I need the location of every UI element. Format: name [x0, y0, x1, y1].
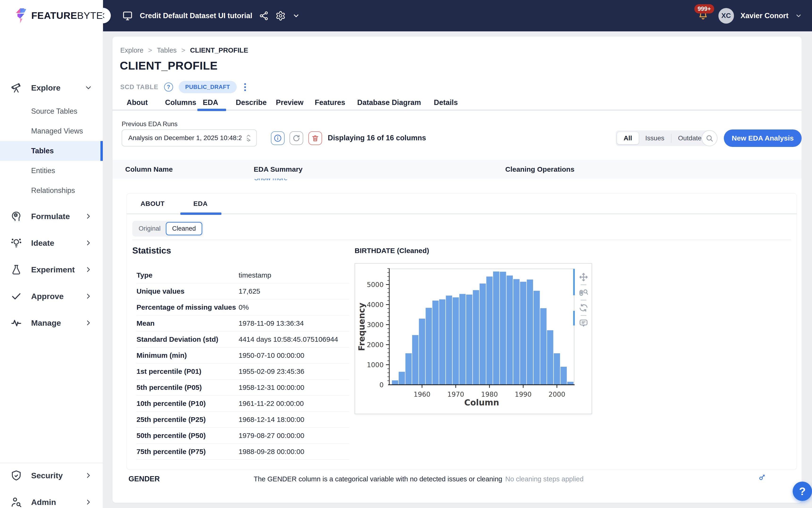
- chevron-right-icon: [84, 239, 92, 247]
- chart-mount: 0100020003000400050001960197019801990200…: [355, 264, 592, 415]
- toggle-option-original[interactable]: Original: [133, 222, 166, 236]
- tab-database-diagram[interactable]: Database Diagram: [357, 98, 421, 107]
- detail-active-tab-indicator: [180, 212, 221, 215]
- sidebar-item-managed-views[interactable]: Managed Views: [0, 121, 103, 141]
- svg-text:1990: 1990: [515, 390, 532, 398]
- row-action-icon[interactable]: [758, 473, 766, 482]
- kebab-menu-icon[interactable]: [242, 82, 248, 92]
- eda-run-selected-value: Analysis on December 1, 2025 10:48:22 AM: [128, 134, 241, 142]
- sidebar-item-explore[interactable]: Explore: [0, 77, 103, 98]
- sidebar-item-source-tables[interactable]: Source Tables: [0, 101, 103, 121]
- sidebar-footer: SecurityAdmin: [0, 463, 103, 508]
- tab-eda[interactable]: EDA: [203, 98, 218, 107]
- stat-label: 75th percentile (P75): [137, 448, 239, 456]
- table-type-label: SCD TABLE: [120, 83, 159, 91]
- stat-value: 1968-12-14 18:00:00: [239, 416, 304, 424]
- eda-run-refresh-button[interactable]: [289, 131, 303, 145]
- column-header-column-name: Column Name: [125, 165, 173, 173]
- svg-text:Frequency: Frequency: [357, 303, 366, 351]
- brand-logo[interactable]: FEATUREBYTE: [0, 0, 103, 31]
- sidebar-item-manage[interactable]: Manage: [0, 312, 103, 334]
- active-tab-indicator: [197, 109, 226, 111]
- lightbulb-icon: [10, 237, 22, 249]
- column-detail-card: ABOUTEDA OriginalCleaned Statistics Type…: [126, 193, 797, 470]
- eda-run-info-button[interactable]: [271, 131, 284, 145]
- row-eda-summary: The GENDER column is a categorical varia…: [254, 475, 502, 483]
- stat-value: 17,625: [239, 287, 260, 295]
- comment-icon[interactable]: [579, 318, 588, 328]
- eda-run-delete-button[interactable]: [308, 131, 322, 145]
- toggle-option-cleaned[interactable]: Cleaned: [166, 222, 202, 236]
- avatar[interactable]: XC: [718, 8, 734, 24]
- stat-label: Minimum (min): [137, 351, 239, 359]
- sidebar-item-label: Security: [31, 471, 84, 480]
- table-meta-row: SCD TABLE ? PUBLIC_DRAFT: [120, 81, 248, 93]
- chevron-down-icon[interactable]: [292, 12, 300, 19]
- stat-row: Percentage of missing values0%: [137, 299, 349, 315]
- shield-check-icon: [10, 470, 22, 481]
- filter-issues[interactable]: Issues: [639, 132, 671, 144]
- sidebar-item-experiment[interactable]: Experiment: [0, 259, 103, 281]
- sidebar-item-tables[interactable]: Tables: [0, 141, 103, 161]
- sidebar-item-admin[interactable]: Admin: [0, 491, 103, 508]
- sidebar-item-security[interactable]: Security: [0, 465, 103, 486]
- reset-icon[interactable]: [579, 303, 588, 313]
- filter-all[interactable]: All: [617, 132, 639, 144]
- help-circle-icon[interactable]: ?: [164, 83, 173, 91]
- sidebar-item-entities[interactable]: Entities: [0, 161, 103, 181]
- sidebar-item-label: Formulate: [31, 212, 84, 221]
- chart-panel: 0100020003000400050001960197019801990200…: [355, 263, 592, 414]
- breadcrumb-item-client_profile: CLIENT_PROFILE: [190, 46, 248, 54]
- stat-label: 5th percentile (P05): [137, 383, 239, 391]
- pan-icon[interactable]: [579, 272, 588, 282]
- tab-features[interactable]: Features: [315, 98, 345, 107]
- stat-label: Type: [137, 271, 239, 279]
- bottom-fade: [112, 483, 802, 503]
- share-icon[interactable]: [259, 11, 269, 21]
- detail-tab-eda[interactable]: EDA: [193, 200, 208, 208]
- chevron-right-icon: [84, 498, 92, 506]
- stat-value: 1961-11-22 00:00:00: [239, 399, 304, 408]
- tab-preview[interactable]: Preview: [276, 98, 304, 107]
- breadcrumb-item-tables[interactable]: Tables: [157, 46, 177, 54]
- sidebar-item-label: Ideate: [31, 239, 84, 248]
- chevron-down-icon[interactable]: [795, 12, 802, 19]
- telescope-icon: [10, 82, 22, 94]
- gear-icon[interactable]: [275, 11, 286, 21]
- breadcrumb-item-explore[interactable]: Explore: [120, 46, 143, 54]
- help-fab-button[interactable]: ?: [793, 481, 812, 501]
- svg-text:1000: 1000: [367, 361, 384, 369]
- stat-value: 4414 days 10:58:45.075106944: [239, 335, 338, 343]
- row-column-name: GENDER: [129, 475, 160, 483]
- breadcrumb-separator: >: [148, 46, 152, 54]
- sidebar-item-ideate[interactable]: Ideate: [0, 232, 103, 254]
- search-button[interactable]: [702, 130, 717, 146]
- new-eda-analysis-button[interactable]: New EDA Analysis: [724, 129, 802, 147]
- stat-value: 1958-12-31 00:00:00: [239, 383, 304, 391]
- birthdate-histogram[interactable]: 0100020003000400050001960197019801990200…: [355, 264, 592, 414]
- tab-columns[interactable]: Columns: [165, 98, 196, 107]
- statistics-title: Statistics: [132, 246, 171, 256]
- sidebar-item-formulate[interactable]: Formulate: [0, 205, 103, 227]
- zoom-select-icon[interactable]: [579, 288, 588, 297]
- tab-about[interactable]: About: [127, 98, 148, 107]
- stat-label: 25th percentile (P25): [137, 416, 239, 424]
- notifications-badge: 999+: [694, 4, 714, 13]
- svg-text:0: 0: [379, 381, 384, 389]
- stat-value: 1979-08-27 00:00:00: [239, 432, 304, 439]
- sidebar-item-label: Experiment: [31, 265, 84, 274]
- previous-eda-runs-label: Previous EDA Runs: [122, 121, 178, 128]
- stat-value: 1950-07-10 00:00:00: [239, 351, 304, 359]
- tab-describe[interactable]: Describe: [236, 98, 267, 107]
- stat-row: Standard Deviation (std)4414 days 10:58:…: [137, 331, 349, 347]
- svg-text:1960: 1960: [413, 390, 430, 398]
- detail-tab-about[interactable]: ABOUT: [140, 200, 165, 208]
- workspace-switcher[interactable]: Credit Default Dataset UI tutorial: [122, 10, 300, 22]
- eda-run-select[interactable]: Analysis on December 1, 2025 10:48:22 AM: [122, 129, 257, 146]
- sidebar-item-label: Admin: [31, 498, 84, 507]
- svg-text:Column: Column: [464, 398, 499, 407]
- sidebar-item-approve[interactable]: Approve: [0, 285, 103, 307]
- sidebar-item-relationships[interactable]: Relationships: [0, 181, 103, 201]
- tab-details[interactable]: Details: [434, 98, 458, 107]
- notifications-button[interactable]: 999+: [697, 10, 709, 22]
